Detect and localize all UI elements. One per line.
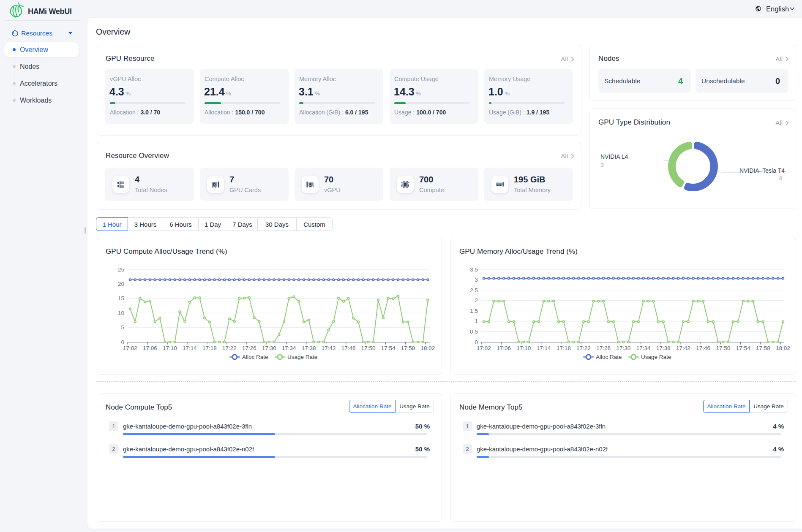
svg-text:2.5: 2.5 — [470, 287, 478, 293]
svg-text:17:10: 17:10 — [163, 345, 177, 351]
svg-text:17:54: 17:54 — [736, 345, 750, 351]
svg-text:Usage Rate: Usage Rate — [641, 354, 671, 360]
svg-text:17:14: 17:14 — [537, 345, 551, 351]
svg-text:3.5: 3.5 — [470, 266, 478, 273]
svg-text:3: 3 — [600, 162, 604, 168]
svg-text:17:26: 17:26 — [596, 345, 611, 351]
svg-text:17:22: 17:22 — [576, 345, 591, 351]
svg-text:17:06: 17:06 — [143, 345, 157, 351]
svg-text:17:46: 17:46 — [696, 345, 710, 351]
svg-text:17:30: 17:30 — [262, 345, 276, 351]
svg-text:17:42: 17:42 — [676, 345, 690, 351]
svg-text:17:18: 17:18 — [556, 345, 571, 351]
svg-text:NVIDIA–Tesla T4: NVIDIA–Tesla T4 — [739, 167, 785, 174]
svg-text:17:34: 17:34 — [636, 345, 651, 351]
svg-text:17:30: 17:30 — [617, 345, 631, 351]
svg-text:20: 20 — [118, 281, 124, 287]
svg-text:25: 25 — [118, 266, 124, 273]
svg-text:3: 3 — [475, 277, 478, 283]
svg-text:17:18: 17:18 — [202, 345, 217, 351]
svg-text:17:06: 17:06 — [496, 345, 511, 351]
svg-text:17:42: 17:42 — [322, 345, 336, 351]
svg-text:NVIDIA L4: NVIDIA L4 — [600, 153, 628, 160]
svg-text:15: 15 — [118, 295, 124, 301]
svg-text:0: 0 — [475, 339, 478, 345]
svg-text:17:34: 17:34 — [282, 345, 296, 351]
svg-text:Usage Rate: Usage Rate — [287, 354, 317, 360]
svg-text:17:38: 17:38 — [302, 345, 316, 351]
svg-text:17:38: 17:38 — [656, 345, 671, 351]
svg-text:Alloc Rate: Alloc Rate — [596, 354, 622, 360]
svg-text:17:46: 17:46 — [341, 345, 356, 351]
svg-text:17:10: 17:10 — [517, 345, 531, 351]
svg-text:Alloc Rate: Alloc Rate — [242, 354, 268, 360]
svg-text:18:02: 18:02 — [776, 345, 790, 351]
svg-text:0: 0 — [121, 339, 124, 345]
svg-text:5: 5 — [121, 324, 124, 331]
svg-text:17:58: 17:58 — [756, 345, 770, 351]
svg-text:17:54: 17:54 — [381, 345, 396, 351]
svg-text:17:02: 17:02 — [477, 345, 491, 351]
svg-text:18:02: 18:02 — [421, 345, 435, 351]
svg-text:17:50: 17:50 — [361, 345, 376, 351]
svg-text:17:26: 17:26 — [242, 345, 256, 351]
svg-text:17:22: 17:22 — [222, 345, 237, 351]
svg-text:4: 4 — [779, 175, 782, 182]
svg-text:2: 2 — [475, 297, 478, 304]
svg-text:17:58: 17:58 — [401, 345, 415, 351]
svg-text:10: 10 — [118, 310, 124, 316]
svg-text:0.5: 0.5 — [470, 328, 478, 335]
svg-text:17:02: 17:02 — [123, 345, 137, 351]
svg-text:1: 1 — [475, 318, 478, 324]
svg-text:17:14: 17:14 — [183, 345, 197, 351]
svg-text:1.5: 1.5 — [470, 308, 478, 314]
svg-text:17:50: 17:50 — [716, 345, 731, 351]
